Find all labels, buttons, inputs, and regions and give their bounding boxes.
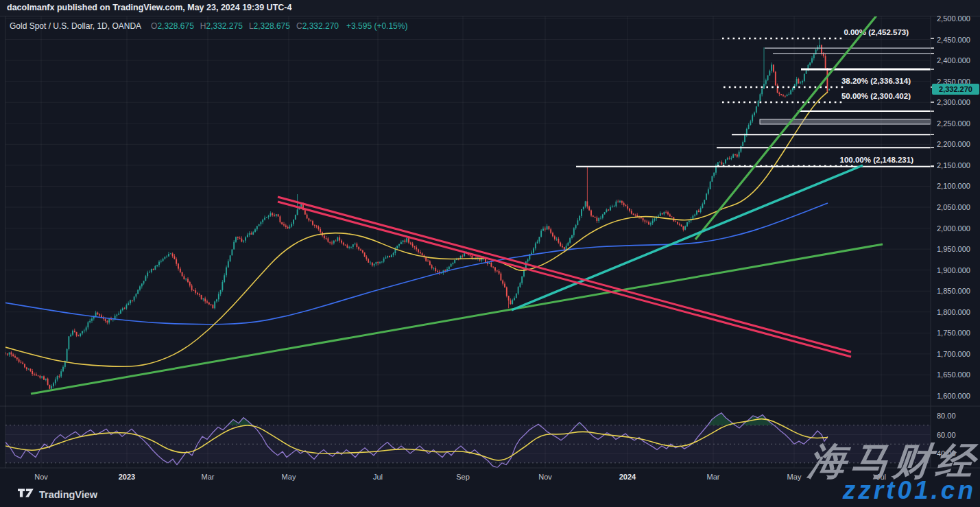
- svg-text:1,800.000: 1,800.000: [937, 308, 970, 316]
- svg-text:Nov: Nov: [34, 473, 48, 481]
- tradingview-published-chart: 0.00% (2,452.573)38.20% (2,336.314)50.00…: [0, 0, 980, 507]
- svg-text:May: May: [282, 473, 296, 481]
- svg-text:2,250.000: 2,250.000: [937, 119, 970, 128]
- svg-text:2,000.000: 2,000.000: [937, 224, 970, 233]
- long-term-support: [31, 244, 883, 394]
- tradingview-brand-text[interactable]: TradingView: [39, 489, 97, 500]
- svg-text:1,950.000: 1,950.000: [937, 245, 970, 253]
- svg-text:2024: 2024: [619, 473, 636, 481]
- svg-text:2,050.000: 2,050.000: [937, 203, 970, 211]
- header-bar: dacolmanfx published on TradingView.com,…: [0, 0, 980, 16]
- svg-text:1,700.000: 1,700.000: [937, 350, 970, 358]
- candlestick-series: [5, 38, 830, 391]
- close-label: C: [296, 21, 302, 31]
- horizontal-levels: [576, 48, 931, 167]
- watermark-url: zzrt01.cn: [843, 476, 976, 505]
- svg-text:1,650.000: 1,650.000: [937, 370, 970, 379]
- chart-legend[interactable]: Gold Spot / U.S. Dollar, 1D, OANDA O2,32…: [10, 21, 407, 31]
- ohlc-open: O2,328.675: [151, 21, 194, 31]
- svg-text:Mar: Mar: [202, 473, 215, 481]
- high-value: 2,332.275: [206, 21, 242, 31]
- ohlc-high: H2,332.275: [200, 21, 243, 31]
- low-value: 2,328.675: [254, 21, 290, 31]
- published-by-line: dacolmanfx published on TradingView.com,…: [7, 3, 291, 12]
- rsi-pane: [5, 413, 931, 468]
- teal-support: [512, 165, 863, 310]
- chart-canvas[interactable]: 0.00% (2,452.573)38.20% (2,336.314)50.00…: [0, 0, 980, 507]
- trendlines[interactable]: [31, 16, 883, 394]
- svg-text:Jul: Jul: [373, 473, 383, 481]
- close-value: 2,332.270: [302, 21, 339, 31]
- time-scale[interactable]: Nov2023MarMayJulSepNov2024MarMayJul: [34, 473, 886, 481]
- svg-text:1,850.000: 1,850.000: [937, 287, 970, 295]
- descending-resistance-lower: [278, 202, 851, 357]
- tradingview-logo-icon: [18, 488, 34, 501]
- open-value: 2,328.675: [157, 21, 193, 31]
- svg-text:1,900.000: 1,900.000: [937, 266, 970, 274]
- svg-text:2,150.000: 2,150.000: [937, 161, 970, 169]
- svg-text:2,400.000: 2,400.000: [937, 56, 970, 64]
- gray-zone-band: [760, 119, 931, 124]
- svg-text:2,200.000: 2,200.000: [937, 140, 970, 148]
- svg-text:2,100.000: 2,100.000: [937, 182, 970, 190]
- tradingview-branding[interactable]: TradingView: [18, 488, 97, 501]
- ohlc-close: C2,332.270: [296, 21, 339, 31]
- svg-text:2,450.000: 2,450.000: [937, 36, 970, 44]
- grid: [5, 16, 931, 468]
- descending-resistance-upper: [278, 197, 851, 352]
- svg-text:1,750.000: 1,750.000: [937, 329, 970, 337]
- svg-text:50.00% (2,300.402): 50.00% (2,300.402): [841, 92, 911, 100]
- symbol-title[interactable]: Gold Spot / U.S. Dollar, 1D, OANDA: [10, 21, 141, 31]
- svg-text:100.00% (2,148.231): 100.00% (2,148.231): [840, 156, 914, 164]
- svg-text:38.20% (2,336.314): 38.20% (2,336.314): [841, 77, 911, 85]
- svg-text:80.00: 80.00: [937, 412, 956, 420]
- pane-frame: [0, 16, 980, 469]
- last-price-badge: 2,332.270: [932, 84, 979, 95]
- low-label: L: [249, 21, 254, 31]
- svg-text:Sep: Sep: [456, 473, 470, 481]
- svg-text:Nov: Nov: [538, 473, 552, 481]
- price-scale[interactable]: 2,500.0002,450.0002,400.0002,350.0002,30…: [931, 14, 970, 458]
- fib-retracement: 0.00% (2,452.573)38.20% (2,336.314)50.00…: [717, 28, 913, 166]
- svg-text:0.00% (2,452.573): 0.00% (2,452.573): [844, 28, 909, 36]
- ohlc-low: L2,328.675: [249, 21, 290, 31]
- svg-text:2,300.000: 2,300.000: [937, 98, 970, 106]
- svg-text:Mar: Mar: [707, 473, 720, 481]
- svg-text:2023: 2023: [119, 473, 135, 481]
- ma-slow-blue: [5, 203, 828, 325]
- svg-text:May: May: [787, 473, 802, 481]
- steep-support: [695, 16, 876, 239]
- svg-text:1,600.000: 1,600.000: [937, 392, 970, 400]
- change-value: +3.595 (+0.15%): [346, 21, 407, 31]
